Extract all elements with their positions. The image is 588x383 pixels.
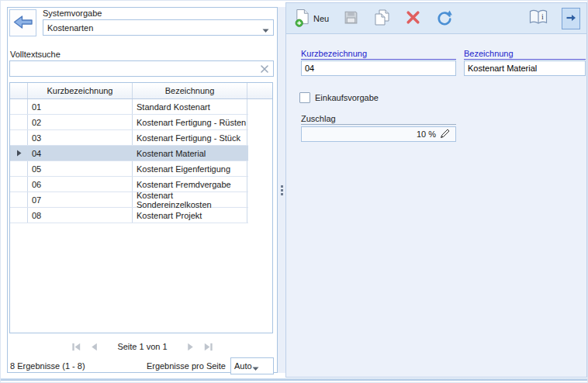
cell-kurzbezeichnung[interactable]: 08: [28, 208, 133, 223]
einkaufsvorgabe-checkbox-row[interactable]: Einkaufsvorgabe: [299, 91, 379, 103]
zuschlag-value: 10 %: [417, 129, 436, 139]
back-button[interactable]: [9, 9, 36, 36]
bezeichnung-label: Bezeichnung: [464, 49, 586, 60]
einkaufsvorgabe-checkbox[interactable]: [299, 92, 310, 103]
cell-bezeichnung[interactable]: Standard Kostenart: [133, 99, 247, 114]
system-default-label: Systemvorgabe: [43, 9, 102, 18]
row-indicator-cell: [10, 115, 28, 129]
save-button[interactable]: [341, 8, 361, 29]
selected-row-arrow-icon: [16, 149, 22, 158]
fulltext-search-input[interactable]: [13, 64, 259, 74]
cell-kurzbezeichnung[interactable]: 06: [28, 177, 133, 192]
zuschlag-value-box[interactable]: 10 %: [301, 126, 456, 142]
table-row[interactable]: 07 Kostenart Sondereinzelkosten: [10, 192, 248, 208]
fulltext-search-field: [9, 60, 274, 77]
info-book-icon: i: [527, 9, 549, 28]
edit-pencil-icon[interactable]: [440, 128, 451, 140]
previous-page-button[interactable]: [88, 341, 100, 353]
cell-kurzbezeichnung[interactable]: 03: [28, 130, 133, 145]
kostenarten-table: Kurzbezeichnung Bezeichnung 01 Standard …: [9, 82, 273, 333]
row-indicator-cell: [10, 130, 28, 145]
clear-search-icon[interactable]: [259, 64, 270, 74]
cell-bezeichnung[interactable]: Kostenart Fremdvergabe: [133, 177, 247, 192]
delete-x-icon: [405, 9, 421, 27]
save-icon: [343, 9, 359, 27]
header-filler: [247, 83, 272, 98]
kurzbezeichnung-input[interactable]: [301, 60, 456, 76]
first-page-button[interactable]: [71, 341, 82, 353]
table-row[interactable]: 08 Kostenart Projekt: [10, 208, 248, 223]
system-default-dropdown[interactable]: Kostenarten: [43, 19, 274, 36]
kurzbezeichnung-label: Kurzbezeichnung: [301, 49, 456, 60]
navigation-panel: Systemvorgabe Kostenarten Volltextsuche …: [7, 7, 278, 373]
panel-splitter[interactable]: [278, 7, 285, 373]
cell-bezeichnung[interactable]: Kostenart Eigenfertigung: [133, 161, 247, 176]
row-indicator-cell: [10, 161, 28, 176]
row-indicator-cell: [10, 208, 28, 223]
cell-kurzbezeichnung[interactable]: 07: [28, 192, 133, 207]
cell-bezeichnung[interactable]: Kostenart Fertigung - Rüsten: [133, 115, 247, 129]
new-button-label: Neu: [313, 14, 329, 23]
row-indicator-cell: [10, 177, 28, 192]
einkaufsvorgabe-label: Einkaufsvorgabe: [315, 93, 379, 102]
table-row[interactable]: 01 Standard Kostenart: [10, 99, 248, 115]
zuschlag-label: Zuschlag: [301, 114, 456, 125]
cell-bezeichnung[interactable]: Kostenart Sondereinzelkosten: [133, 192, 247, 207]
column-header-kurzbezeichnung[interactable]: Kurzbezeichnung: [28, 83, 133, 98]
copy-button[interactable]: [372, 7, 393, 29]
arrow-left-icon: [12, 12, 33, 34]
bezeichnung-input[interactable]: [464, 60, 586, 76]
results-bar: 8 Ergebnisse (1 - 8) Ergebnisse pro Seit…: [10, 357, 274, 374]
chevron-down-icon: [252, 364, 259, 368]
cell-bezeichnung[interactable]: Kostenart Projekt: [133, 208, 247, 223]
column-header-bezeichnung[interactable]: Bezeichnung: [133, 83, 247, 98]
row-indicator-cell: [10, 146, 28, 160]
results-count: 8 Ergebnisse (1 - 8): [10, 361, 147, 371]
detail-panel: Neu: [285, 2, 587, 378]
refresh-button[interactable]: [434, 7, 455, 30]
chevron-down-icon: [262, 26, 269, 30]
cell-bezeichnung[interactable]: Kostenart Material: [133, 146, 247, 160]
cell-bezeichnung[interactable]: Kostenart Fertigung - Stück: [133, 130, 247, 145]
info-glyph: i: [541, 12, 544, 21]
fulltext-search-label: Volltextsuche: [10, 50, 61, 59]
per-page-value: Auto: [234, 361, 252, 371]
table-header: Kurzbezeichnung Bezeichnung: [10, 83, 272, 99]
splitter-grip-dot: [281, 193, 283, 195]
row-indicator-cell: [10, 99, 28, 114]
zuschlag-field: Zuschlag 10 %: [301, 114, 456, 142]
cell-kurzbezeichnung[interactable]: 01: [28, 99, 133, 114]
table-row-selected[interactable]: 04 Kostenart Material: [10, 146, 248, 161]
row-indicator-header: [10, 83, 28, 98]
detail-toolbar: Neu: [286, 3, 586, 34]
bezeichnung-field: Bezeichnung: [464, 49, 586, 76]
splitter-grip-dot: [281, 185, 283, 188]
table-row[interactable]: 02 Kostenart Fertigung - Rüsten: [10, 115, 248, 130]
arrow-right-icon: [565, 12, 577, 26]
cell-kurzbezeichnung[interactable]: 04: [28, 146, 133, 160]
kurzbezeichnung-field: Kurzbezeichnung: [301, 49, 456, 76]
copy-icon: [373, 9, 391, 28]
last-page-button[interactable]: [202, 341, 214, 353]
table-row[interactable]: 03 Kostenart Fertigung - Stück: [10, 130, 248, 146]
per-page-dropdown[interactable]: Auto: [230, 357, 274, 374]
per-page-label: Ergebnisse pro Seite: [147, 361, 226, 371]
system-default-value: Kostenarten: [47, 23, 262, 33]
cell-kurzbezeichnung[interactable]: 02: [28, 115, 133, 129]
window-bottom-border: [1, 378, 587, 381]
app-window: Systemvorgabe Kostenarten Volltextsuche …: [0, 0, 588, 383]
collapse-panel-button[interactable]: [562, 8, 580, 29]
page-indicator: Seite 1 von 1: [117, 342, 167, 351]
cell-kurzbezeichnung[interactable]: 05: [28, 161, 133, 176]
table-row[interactable]: 05 Kostenart Eigenfertigung: [10, 161, 248, 177]
new-button[interactable]: Neu: [292, 7, 330, 30]
next-page-button[interactable]: [185, 341, 196, 353]
new-document-icon: [294, 9, 310, 29]
refresh-icon: [435, 9, 454, 29]
delete-button[interactable]: [403, 8, 423, 29]
info-button[interactable]: i: [526, 7, 551, 29]
row-indicator-cell: [10, 192, 28, 207]
splitter-grip-dot: [281, 189, 283, 192]
pagination: Seite 1 von 1: [8, 340, 277, 354]
